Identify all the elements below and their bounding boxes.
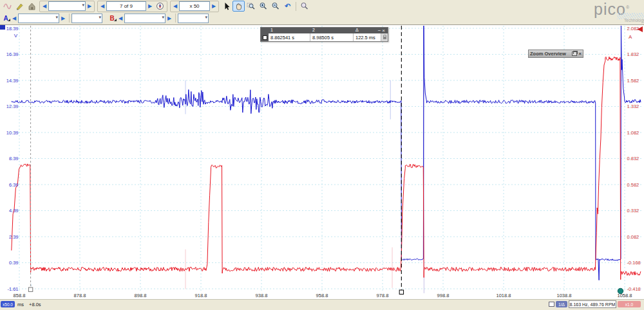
ruler-number-label: 1 xyxy=(30,283,32,287)
zoom-in-tool[interactable] xyxy=(257,1,269,12)
legend-close-button[interactable]: × xyxy=(382,28,386,33)
left-axis-label: 4.39 xyxy=(9,208,19,214)
cursor-arrow-icon xyxy=(223,2,231,10)
channel-a-range-combo[interactable]: ▾ xyxy=(18,14,59,23)
left-axis-unit: V xyxy=(14,33,18,39)
scope-view[interactable]: 118.3916.3914.3912.3910.398.396.394.392.… xyxy=(0,24,644,310)
channel-a-probe-combo[interactable]: ▾ xyxy=(71,14,102,23)
left-axis-label: 8.39 xyxy=(9,156,19,161)
right-axis-label: 1.332 xyxy=(627,104,639,109)
ruler-checkbox-icon[interactable] xyxy=(263,35,267,40)
zoom-out-tool[interactable] xyxy=(269,1,281,12)
channel-a-range-down[interactable]: ◀ xyxy=(10,14,18,23)
zoom-out-icon xyxy=(271,2,279,10)
ruler-legend-header: 1 2 Δ −× xyxy=(261,28,388,33)
scope-canvas: 118.3916.3914.3912.3910.398.396.394.392.… xyxy=(0,24,644,310)
normal-selection-tool[interactable] xyxy=(220,1,232,12)
time-axis-label: 878.8 xyxy=(74,293,86,298)
zoom-increase-button[interactable]: ▶ xyxy=(210,2,218,10)
marquee-zoom-icon xyxy=(247,2,255,10)
channel-a-badge[interactable]: A xyxy=(1,15,10,22)
waveform-select-combo[interactable]: ▾ xyxy=(48,1,86,11)
dropdown-icon: ▾ xyxy=(99,15,101,20)
dropdown-icon: ▾ xyxy=(55,15,58,20)
freq-value: 8.163 Hz, 489.76 RPM xyxy=(569,300,616,308)
pico-technology-logo: pico® Technology xyxy=(594,0,644,23)
prev-page-button[interactable]: ◀ xyxy=(99,2,106,10)
left-axis-label: 14.39 xyxy=(6,78,19,84)
zoom-overview-close-button[interactable]: × xyxy=(579,51,582,57)
page-indicator[interactable]: 7 of 9 xyxy=(106,1,146,11)
channel-a-axis-marker[interactable] xyxy=(0,25,5,30)
waveform-library-button[interactable] xyxy=(1,1,14,12)
right-axis-label: 0.332 xyxy=(627,208,639,214)
toolbar-separator xyxy=(69,14,70,23)
channel-a-voltage-trace xyxy=(12,24,641,280)
home-icon xyxy=(28,2,36,10)
annotate-button[interactable] xyxy=(14,1,26,12)
toolbar-row-1: ◀ ▾ ▶ ◀ 7 of 9 ▶ ◀ x 50 ▶ xyxy=(0,0,644,12)
time-unit-label: ms xyxy=(17,302,24,307)
left-axis-label: 18.39 xyxy=(6,26,19,32)
ruler-legend-values: 8.862541 s 8.98505 s 122.5 ms xyxy=(261,33,388,41)
dropdown-icon: ▾ xyxy=(82,3,84,8)
time-axis-label: 898.8 xyxy=(135,293,147,298)
undo-zoom-button[interactable]: ↶ xyxy=(281,1,294,12)
zoom-overview-title: Zoom Overview xyxy=(530,51,572,57)
goto-button[interactable] xyxy=(154,1,166,12)
right-axis-label: -0.168 xyxy=(627,260,641,266)
channel-b-range-combo[interactable]: ▾ xyxy=(124,14,166,23)
page-nav-group: ◀ 7 of 9 ▶ xyxy=(97,1,167,12)
zoom-factor-box[interactable]: x 50 xyxy=(179,1,210,11)
left-axis-label: 0.39 xyxy=(9,260,19,266)
prev-waveform-button[interactable]: ◀ xyxy=(41,2,48,10)
left-axis-label: 6.39 xyxy=(9,182,19,188)
time-axis-label: 1038.8 xyxy=(557,293,572,298)
window-icon[interactable] xyxy=(549,302,554,307)
time-zoom-badge[interactable]: x50.0 xyxy=(1,301,15,307)
time-axis-label: 938.8 xyxy=(256,293,268,298)
ruler1-header: 1 xyxy=(269,28,310,33)
trigger-marker[interactable] xyxy=(618,288,623,293)
ruler-legend[interactable]: 1 2 Δ −× 8.862541 s 8.98505 s 122.5 ms xyxy=(260,27,388,42)
waveform-select-group: ◀ ▾ ▶ xyxy=(39,1,95,12)
toolbar-separator xyxy=(296,2,296,11)
restore-icon[interactable] xyxy=(572,51,577,56)
left-axis-label: -1.61 xyxy=(7,286,18,292)
y-zoom-badge[interactable]: x1.0 xyxy=(618,301,641,307)
left-axis-label: 2.39 xyxy=(9,234,19,240)
zoom-full-button[interactable] xyxy=(298,1,310,12)
zoom-factor-group: ◀ x 50 ▶ xyxy=(170,1,219,12)
zoom-decrease-button[interactable]: ◀ xyxy=(171,2,179,10)
next-page-button[interactable]: ▶ xyxy=(146,2,154,10)
ruler2-time: 8.98505 s xyxy=(310,33,354,41)
ruler-handle-1[interactable] xyxy=(28,287,32,291)
picoscope-window: ◀ ▾ ▶ ◀ 7 of 9 ▶ ◀ x 50 ▶ xyxy=(0,0,644,310)
time-axis-label: 998.8 xyxy=(437,293,450,298)
channel-b-current-trace xyxy=(12,57,641,279)
zoom-overview-window[interactable]: Zoom Overview × xyxy=(528,50,583,58)
left-axis-label: 10.39 xyxy=(6,130,19,136)
time-axis-label: 1018.8 xyxy=(497,293,511,298)
right-axis-label: -0.418 xyxy=(627,286,641,292)
channel-b-range-down[interactable]: ◀ xyxy=(117,14,124,23)
hand-tool[interactable] xyxy=(232,1,245,12)
channel-b-probe-combo[interactable]: ▾ xyxy=(178,14,209,23)
undo-icon: ↶ xyxy=(285,2,290,10)
dropdown-icon: ▾ xyxy=(205,15,207,20)
home-button[interactable] xyxy=(26,1,38,12)
channel-b-range-up[interactable]: ▶ xyxy=(166,14,173,23)
channel-b-badge[interactable]: B xyxy=(108,15,117,22)
ruler-handle-2[interactable] xyxy=(399,290,403,294)
channel-a-range-up[interactable]: ▶ xyxy=(59,14,67,23)
time-axis-label: 858.8 xyxy=(14,293,26,298)
right-axis-label: 0.082 xyxy=(627,234,639,240)
lock-icon[interactable] xyxy=(383,37,386,39)
right-axis-label: 0.582 xyxy=(627,182,639,188)
left-axis-label: 12.39 xyxy=(6,104,19,109)
right-axis-label: 1.832 xyxy=(627,51,639,57)
time-axis-label: 918.8 xyxy=(195,293,207,298)
freq-delta-badge: 1/Δ xyxy=(556,301,567,307)
next-waveform-button[interactable]: ▶ xyxy=(86,2,93,10)
zoom-window-tool[interactable] xyxy=(245,1,257,12)
